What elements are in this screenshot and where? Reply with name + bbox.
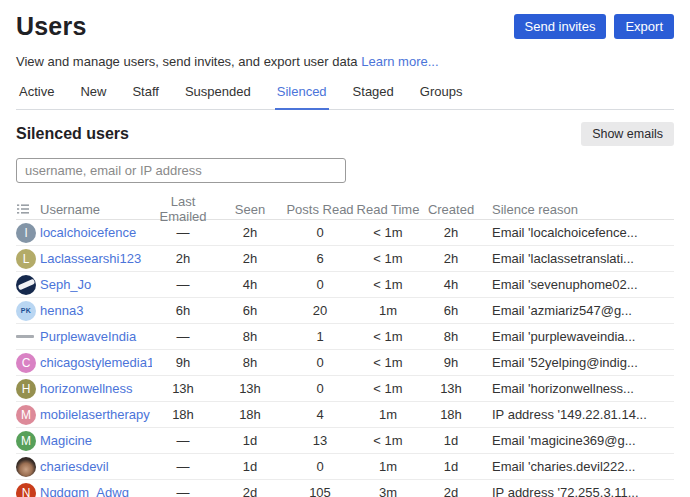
column-header-read-time[interactable]: Read Time xyxy=(354,202,422,217)
table-row: NNqdqqm_Adwq—2d1053m2dIP address '72.255… xyxy=(16,480,674,497)
avatar-cell xyxy=(16,275,40,295)
column-header-posts-read[interactable]: Posts Read xyxy=(286,202,354,217)
posts-read-cell: 20 xyxy=(286,303,354,318)
user-avatar: l xyxy=(16,223,36,243)
posts-read-cell: 0 xyxy=(286,277,354,292)
last-emailed-cell: 18h xyxy=(152,407,214,422)
username-link[interactable]: Seph_Jo xyxy=(40,277,91,292)
read-time-cell: 1m xyxy=(354,459,422,474)
silence-reason-cell: Email 'horizonwellness... xyxy=(480,381,674,396)
silence-reason-cell: Email 'localchoicefence... xyxy=(480,225,674,240)
username-link[interactable]: henna3 xyxy=(40,303,83,318)
posts-read-cell: 4 xyxy=(286,407,354,422)
last-emailed-cell: 6h xyxy=(152,303,214,318)
column-header-created[interactable]: Created xyxy=(422,202,480,217)
page-description: View and manage users, send invites, and… xyxy=(16,54,674,69)
user-avatar: H xyxy=(16,379,36,399)
username-link[interactable]: chariesdevil xyxy=(40,459,109,474)
column-header-last-emailed[interactable]: Last Emailed xyxy=(152,194,214,224)
learn-more-link[interactable]: Learn more... xyxy=(361,54,438,69)
table-body: llocalchoicefence—2h0< 1m2hEmail 'localc… xyxy=(16,220,674,497)
table-row: Mmobilelasertherapy18h18h41m18hIP addres… xyxy=(16,402,674,428)
read-time-cell: < 1m xyxy=(354,329,422,344)
username-link[interactable]: horizonwellness xyxy=(40,381,133,396)
seen-cell: 1d xyxy=(214,433,286,448)
last-emailed-cell: — xyxy=(152,485,214,497)
username-cell: Nqdqqm_Adwq xyxy=(40,485,152,497)
seen-cell: 13h xyxy=(214,381,286,396)
silence-reason-cell: IP address '149.22.81.14... xyxy=(480,407,674,422)
created-cell: 8h xyxy=(422,329,480,344)
export-button[interactable]: Export xyxy=(614,14,674,39)
tab-suspended[interactable]: Suspended xyxy=(183,82,253,110)
tab-staff[interactable]: Staff xyxy=(130,82,161,110)
header-buttons: Send invites Export xyxy=(514,12,674,39)
silence-reason-cell: Email 'azmiariz547@g... xyxy=(480,303,674,318)
username-cell: chariesdevil xyxy=(40,459,152,474)
posts-read-cell: 6 xyxy=(286,251,354,266)
username-link[interactable]: mobilelasertherapy xyxy=(40,407,150,422)
avatar-cell: L xyxy=(16,249,40,269)
avatar-cell: M xyxy=(16,405,40,425)
tab-staged[interactable]: Staged xyxy=(351,82,396,110)
user-type-tabs: ActiveNewStaffSuspendedSilencedStagedGro… xyxy=(16,82,674,110)
posts-read-cell: 0 xyxy=(286,225,354,240)
username-link[interactable]: Nqdqqm_Adwq xyxy=(40,485,129,497)
show-emails-button[interactable]: Show emails xyxy=(581,122,674,146)
list-icon xyxy=(16,202,40,216)
read-time-cell: < 1m xyxy=(354,225,422,240)
avatar-cell: l xyxy=(16,223,40,243)
column-header-username[interactable]: Username xyxy=(40,202,152,217)
table-row: Cchicagostylemedia19h8h0< 1m9hEmail '52y… xyxy=(16,350,674,376)
seen-cell: 2d xyxy=(214,485,286,497)
username-cell: Magicine xyxy=(40,433,152,448)
silence-reason-cell: Email 'laclassetranslati... xyxy=(480,251,674,266)
avatar-cell: C xyxy=(16,353,40,373)
posts-read-cell: 0 xyxy=(286,381,354,396)
silenced-users-table: Username Last Emailed Seen Posts Read Re… xyxy=(16,199,674,497)
user-avatar: M xyxy=(16,405,36,425)
seen-cell: 1d xyxy=(214,459,286,474)
user-filter-input[interactable] xyxy=(16,158,346,183)
last-emailed-cell: 13h xyxy=(152,381,214,396)
username-cell: Laclassearshi123 xyxy=(40,251,152,266)
posts-read-cell: 13 xyxy=(286,433,354,448)
username-link[interactable]: PurplewaveIndia xyxy=(40,329,136,344)
table-row: llocalchoicefence—2h0< 1m2hEmail 'localc… xyxy=(16,220,674,246)
last-emailed-cell: 9h xyxy=(152,355,214,370)
tab-new[interactable]: New xyxy=(78,82,108,110)
username-link[interactable]: chicagostylemedia1 xyxy=(40,355,152,370)
created-cell: 6h xyxy=(422,303,480,318)
username-cell: horizonwellness xyxy=(40,381,152,396)
silence-reason-cell: Email 'purplewaveindia... xyxy=(480,329,674,344)
username-link[interactable]: Magicine xyxy=(40,433,92,448)
username-link[interactable]: Laclassearshi123 xyxy=(40,251,141,266)
created-cell: 2h xyxy=(422,225,480,240)
avatar-cell xyxy=(16,335,40,338)
table-row: MMagicine—1d13< 1m1dEmail 'magicine369@g… xyxy=(16,428,674,454)
tab-silenced[interactable]: Silenced xyxy=(275,82,329,110)
silence-reason-cell: Email 'charies.devil222... xyxy=(480,459,674,474)
column-header-seen[interactable]: Seen xyxy=(214,202,286,217)
users-admin-page: Users Send invites Export View and manag… xyxy=(0,0,690,497)
username-link[interactable]: localchoicefence xyxy=(40,225,136,240)
table-row: LLaclassearshi1232h2h6< 1m2hEmail 'lacla… xyxy=(16,246,674,272)
user-avatar: M xyxy=(16,431,36,451)
read-time-cell: < 1m xyxy=(354,251,422,266)
avatar-cell xyxy=(16,457,40,477)
table-row: Seph_Jo—4h0< 1m4hEmail 'sevenuphome02... xyxy=(16,272,674,298)
username-cell: mobilelasertherapy xyxy=(40,407,152,422)
silence-reason-cell: Email '52yelping@indig... xyxy=(480,355,674,370)
table-row: PurplewaveIndia—8h1< 1m8hEmail 'purplewa… xyxy=(16,324,674,350)
username-cell: PurplewaveIndia xyxy=(40,329,152,344)
created-cell: 4h xyxy=(422,277,480,292)
read-time-cell: < 1m xyxy=(354,381,422,396)
avatar-cell: PK xyxy=(16,301,40,321)
user-avatar xyxy=(16,457,36,477)
column-header-silence-reason[interactable]: Silence reason xyxy=(480,202,674,217)
posts-read-cell: 0 xyxy=(286,459,354,474)
tab-active[interactable]: Active xyxy=(17,82,56,110)
user-avatar: C xyxy=(16,353,36,373)
tab-groups[interactable]: Groups xyxy=(418,82,465,110)
send-invites-button[interactable]: Send invites xyxy=(514,14,607,39)
